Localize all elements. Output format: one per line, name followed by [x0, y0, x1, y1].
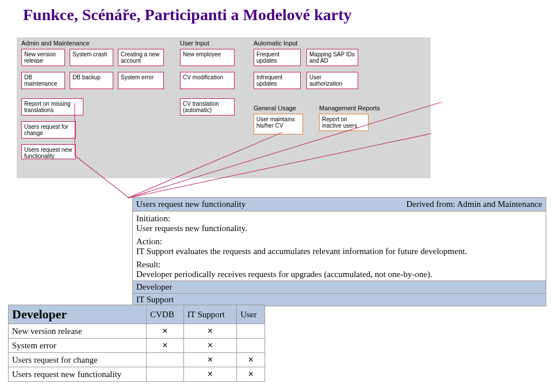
resp-cell: [147, 353, 184, 367]
table-row: Users request for change × ×: [9, 353, 265, 367]
card-db-backup: DB backup: [70, 72, 113, 89]
resp-row-label: Users request for change: [9, 353, 147, 367]
card-system-crash: System crash: [70, 49, 113, 66]
scenario-action-label: Action:: [136, 237, 542, 247]
card-mapping-sap: Mapping SAP IDs and AD: [306, 49, 358, 66]
card-users-request-new-functionality: Users request new functionality: [21, 144, 76, 159]
group-label-user-input: User Input: [180, 40, 241, 47]
resp-cell: ×: [183, 339, 236, 353]
group-label-general-usage: General Usage: [254, 105, 309, 112]
group-admin: Admin and Maintenance New version releas…: [19, 39, 167, 162]
table-row: System error × ×: [9, 339, 265, 353]
group-label-admin: Admin and Maintenance: [21, 40, 167, 47]
resp-cell: ×: [237, 353, 265, 367]
scenario-result-text: Developer periodically receives requests…: [136, 270, 542, 279]
resp-cell: ×: [183, 367, 236, 382]
card-new-employee: New employee: [180, 49, 235, 66]
resp-col-itsupport: IT Support: [183, 305, 236, 324]
group-automatic-input: Automatic Input Frequent updates Mapping…: [251, 39, 366, 91]
resp-row-label: New version release: [9, 324, 147, 339]
card-creating-new-account: Creating a new account: [118, 49, 164, 66]
resp-cell: [237, 324, 265, 339]
scenario-card: Users request new functionality Derived …: [132, 197, 546, 306]
responsibility-table: Developer CVDB IT Support User New versi…: [8, 305, 265, 382]
resp-cell: ×: [183, 353, 236, 367]
scenario-initiation-label: Initiation:: [136, 214, 542, 224]
group-label-automatic-input: Automatic Input: [254, 40, 366, 47]
scenario-action-text: IT Support evaluates the requests and ac…: [136, 247, 542, 256]
scenario-name: Users request new functionality: [136, 199, 246, 209]
card-system-error: System error: [118, 72, 164, 89]
scenario-result-label: Result:: [136, 260, 542, 270]
scenario-body: Initiation: User requests new functional…: [132, 212, 546, 281]
resp-row-label: System error: [9, 339, 147, 353]
resp-actor: Developer: [9, 305, 147, 324]
card-frequent-updates: Frequent updates: [254, 49, 301, 66]
card-new-version-release: New version release: [21, 49, 65, 66]
card-users-request-change: Users request for change: [21, 121, 76, 139]
scenario-header: Users request new functionality Derived …: [132, 197, 546, 212]
card-user-authorization: User authorization: [306, 72, 358, 89]
resp-cell: ×: [183, 324, 236, 339]
card-user-maintains-cv: User maintains his/her CV: [254, 114, 303, 134]
card-infrequent-updates: Infrequent updates: [254, 72, 301, 89]
resp-cell: [237, 339, 265, 353]
resp-col-cvdb: CVDB: [147, 305, 184, 324]
card-db-maintenance: DB maintenance: [21, 72, 65, 89]
card-cv-translation: CV translation (automatic): [180, 98, 235, 116]
resp-cell: ×: [147, 339, 184, 353]
group-management-reports: Management Reports Report on inactive us…: [317, 103, 386, 138]
connector-line: [75, 103, 75, 156]
scenario-participant-developer: Developer: [132, 281, 546, 294]
group-label-management-reports: Management Reports: [319, 105, 386, 112]
page-title: Funkce, Scénáře, Participanti a Modelové…: [23, 6, 552, 24]
resp-row-label: Users request new functionality: [9, 367, 147, 382]
scenario-initiation-text: User requests new functionality.: [136, 224, 542, 233]
scenario-derived: Derived from: Admin and Maintenance: [406, 199, 542, 209]
resp-cell: ×: [237, 367, 265, 382]
card-cv-modification: CV modification: [180, 72, 235, 89]
card-report-inactive-users: Report on inactive users: [319, 114, 369, 131]
table-row: Users request new functionality × ×: [9, 367, 265, 382]
resp-cell: ×: [147, 324, 184, 339]
resp-cell: [147, 367, 184, 382]
resp-col-user: User: [237, 305, 265, 324]
group-user-input: User Input New employee CV modification …: [178, 39, 241, 136]
table-row: New version release × ×: [9, 324, 265, 339]
